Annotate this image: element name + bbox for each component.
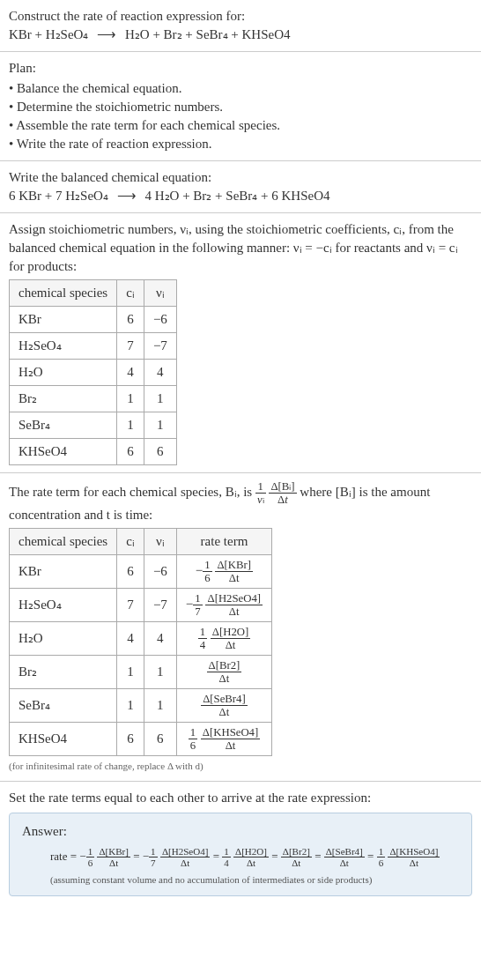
generic-delta-frac: Δ[Bᵢ]Δt bbox=[269, 480, 296, 506]
cell-ci: 6 bbox=[117, 439, 144, 465]
generic-coef-frac: 1νᵢ bbox=[255, 480, 266, 506]
cell-species: H₂O bbox=[10, 360, 117, 386]
fraction: 16 bbox=[203, 559, 211, 584]
balanced-lhs: 6 KBr + 7 H₂SeO₄ bbox=[9, 189, 108, 203]
table-row: KHSeO466 bbox=[10, 439, 177, 465]
cell-species: H₂SeO₄ bbox=[10, 589, 117, 622]
col-species: chemical species bbox=[10, 529, 117, 555]
cell-rate-term: −17 Δ[H2SeO4]Δt bbox=[176, 589, 271, 622]
cell-rate-term: 16 Δ[KHSeO4]Δt bbox=[176, 723, 271, 756]
cell-vi: 1 bbox=[144, 386, 176, 412]
table-row: SeBr₄11 bbox=[10, 412, 177, 439]
answer-label: Answer: bbox=[22, 822, 459, 841]
table-row: KBr6−6 bbox=[10, 307, 177, 333]
cell-vi: 4 bbox=[144, 622, 176, 656]
cell-species: H₂O bbox=[10, 622, 117, 656]
plan-item: Assemble the rate term for each chemical… bbox=[9, 116, 472, 135]
fraction: 17 bbox=[149, 846, 158, 868]
intro-text-a: The rate term for each chemical species,… bbox=[9, 485, 255, 499]
cell-species: Br₂ bbox=[10, 386, 117, 412]
cell-rate-term: Δ[Br2]Δt bbox=[176, 656, 271, 689]
fraction: 14 bbox=[198, 626, 207, 651]
eq-rhs: H₂O + Br₂ + SeBr₄ + KHSeO4 bbox=[125, 27, 291, 41]
cell-ci: 6 bbox=[117, 307, 144, 333]
cell-vi: −6 bbox=[144, 555, 176, 589]
cell-vi: 1 bbox=[144, 689, 176, 723]
prompt-section: Construct the rate of reaction expressio… bbox=[0, 0, 481, 52]
cell-ci: 1 bbox=[117, 412, 144, 439]
cell-rate-term: 14 Δ[H2O]Δt bbox=[176, 622, 271, 656]
fraction: 14 bbox=[222, 846, 231, 868]
table-row: KBr6−6−16 Δ[KBr]Δt bbox=[10, 555, 272, 589]
col-vi: νᵢ bbox=[144, 529, 176, 555]
table-row: Br₂11Δ[Br2]Δt bbox=[10, 656, 272, 689]
plan-list: Balance the chemical equation.Determine … bbox=[9, 79, 472, 153]
table-row: H₂SeO₄7−7−17 Δ[H2SeO4]Δt bbox=[10, 589, 272, 622]
cell-species: H₂SeO₄ bbox=[10, 333, 117, 360]
answer-box: Answer: rate = −16 Δ[KBr]Δt = −17 Δ[H2Se… bbox=[9, 813, 472, 897]
fraction: Δ[H2SeO4]Δt bbox=[160, 846, 211, 868]
fraction: Δ[SeBr4]Δt bbox=[201, 693, 248, 718]
cell-vi: 6 bbox=[144, 723, 176, 756]
arrow-icon: ⟶ bbox=[97, 26, 116, 44]
prompt-text: Construct the rate of reaction expressio… bbox=[9, 7, 472, 26]
rate-expression: rate = −16 Δ[KBr]Δt = −17 Δ[H2SeO4]Δt = … bbox=[50, 846, 459, 868]
stoich-table: chemical species cᵢ νᵢ KBr6−6H₂SeO₄7−7H₂… bbox=[9, 279, 177, 465]
table-row: H₂SeO₄7−7 bbox=[10, 333, 177, 360]
cell-species: KHSeO4 bbox=[10, 439, 117, 465]
fraction: Δ[H2SeO4]Δt bbox=[205, 592, 263, 618]
plan-item: Write the rate of reaction expression. bbox=[9, 135, 472, 153]
cell-vi: 6 bbox=[144, 439, 176, 465]
cell-rate-term: Δ[SeBr4]Δt bbox=[176, 689, 271, 723]
col-species: chemical species bbox=[10, 280, 117, 307]
col-vi: νᵢ bbox=[144, 280, 176, 307]
table-row: H₂O44 bbox=[10, 360, 177, 386]
cell-ci: 7 bbox=[117, 589, 144, 622]
eq-lhs: KBr + H₂SeO₄ bbox=[9, 27, 88, 41]
infinitesimal-note: (for infinitesimal rate of change, repla… bbox=[9, 760, 472, 773]
cell-ci: 1 bbox=[117, 656, 144, 689]
plan-section: Plan: Balance the chemical equation.Dete… bbox=[0, 52, 481, 161]
table-row: Br₂11 bbox=[10, 386, 177, 412]
balanced-equation: 6 KBr + 7 H₂SeO₄ ⟶ 4 H₂O + Br₂ + SeBr₄ +… bbox=[9, 187, 472, 205]
unbalanced-equation: KBr + H₂SeO₄ ⟶ H₂O + Br₂ + SeBr₄ + KHSeO… bbox=[9, 26, 472, 44]
cell-vi: −7 bbox=[144, 333, 176, 360]
fraction: 16 bbox=[189, 726, 197, 752]
plan-item: Balance the chemical equation. bbox=[9, 79, 472, 98]
cell-species: KHSeO4 bbox=[10, 723, 117, 756]
stoich-section: Assign stoichiometric numbers, νᵢ, using… bbox=[0, 213, 481, 473]
cell-species: Br₂ bbox=[10, 656, 117, 689]
final-title: Set the rate terms equal to each other t… bbox=[9, 789, 472, 807]
arrow-icon: ⟶ bbox=[117, 187, 137, 205]
cell-vi: 4 bbox=[144, 360, 176, 386]
table-row: KHSeO46616 Δ[KHSeO4]Δt bbox=[10, 723, 272, 756]
fraction: 16 bbox=[377, 846, 386, 868]
fraction: Δ[KBr]Δt bbox=[97, 846, 130, 868]
fraction: Δ[H2O]Δt bbox=[233, 846, 269, 868]
stoich-intro: Assign stoichiometric numbers, νᵢ, using… bbox=[9, 220, 472, 276]
table-header-row: chemical species cᵢ νᵢ rate term bbox=[10, 529, 272, 555]
cell-ci: 6 bbox=[117, 723, 144, 756]
table-row: H₂O4414 Δ[H2O]Δt bbox=[10, 622, 272, 656]
rate-term-table: chemical species cᵢ νᵢ rate term KBr6−6−… bbox=[9, 528, 272, 756]
cell-species: KBr bbox=[10, 307, 117, 333]
col-ci: cᵢ bbox=[117, 280, 144, 307]
rate-prefix: rate = bbox=[50, 849, 79, 862]
fraction: Δ[KHSeO4]Δt bbox=[388, 846, 440, 868]
cell-ci: 6 bbox=[117, 555, 144, 589]
fraction: Δ[H2O]Δt bbox=[211, 626, 250, 651]
cell-ci: 1 bbox=[117, 689, 144, 723]
plan-item: Determine the stoichiometric numbers. bbox=[9, 98, 472, 116]
cell-species: SeBr₄ bbox=[10, 412, 117, 439]
balanced-rhs: 4 H₂O + Br₂ + SeBr₄ + 6 KHSeO4 bbox=[144, 189, 329, 203]
cell-species: SeBr₄ bbox=[10, 689, 117, 723]
cell-ci: 4 bbox=[117, 622, 144, 656]
balanced-title: Write the balanced chemical equation: bbox=[9, 168, 472, 187]
assumption-note: (assuming constant volume and no accumul… bbox=[50, 873, 459, 887]
fraction: Δ[KBr]Δt bbox=[215, 559, 253, 584]
cell-rate-term: −16 Δ[KBr]Δt bbox=[176, 555, 271, 589]
cell-ci: 1 bbox=[117, 386, 144, 412]
fraction: 17 bbox=[193, 592, 202, 618]
fraction: Δ[Br2]Δt bbox=[281, 846, 312, 868]
fraction: Δ[KHSeO4]Δt bbox=[201, 726, 260, 752]
